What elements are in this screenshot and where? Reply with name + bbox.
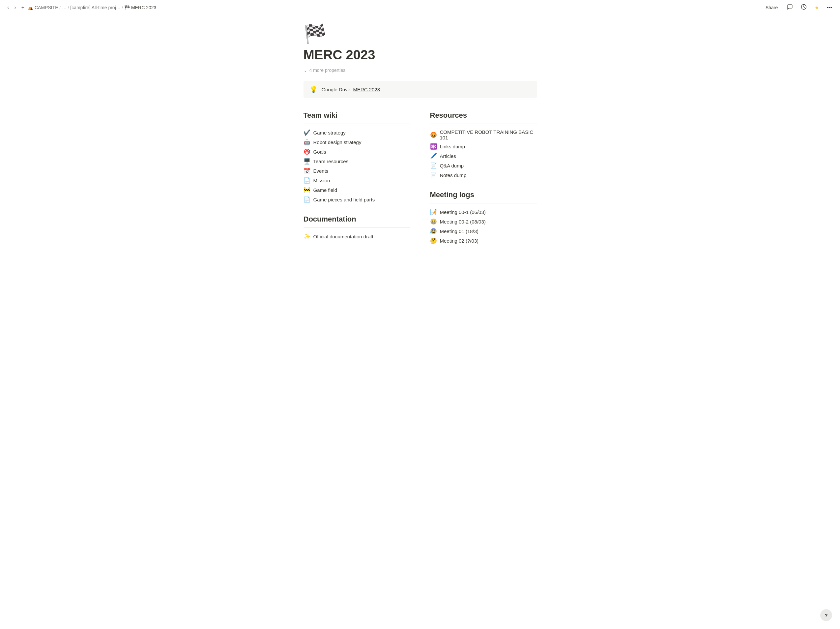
angry-face-icon: 😡 — [430, 131, 437, 139]
document2-icon: 📄 — [303, 196, 311, 203]
list-item-mission[interactable]: 📄 Mission — [303, 176, 410, 185]
topbar-left: ‹ › + ⛺ CAMPSITE / … / [campfire] All-ti… — [5, 3, 156, 12]
topbar: ‹ › + ⛺ CAMPSITE / … / [campfire] All-ti… — [0, 0, 840, 15]
star-icon: ★ — [815, 5, 819, 10]
list-item-official-doc[interactable]: ✨ Official documentation draft — [303, 232, 410, 241]
list-item-game-field[interactable]: 🚧 Game field — [303, 185, 410, 195]
back-button[interactable]: ‹ — [5, 3, 11, 12]
list-item-events[interactable]: 📅 Events — [303, 166, 410, 176]
merc-page-icon-small: 🏁 — [124, 5, 130, 10]
breadcrumb-campsite[interactable]: ⛺ CAMPSITE — [28, 5, 58, 10]
breadcrumb: ⛺ CAMPSITE / … / [campfire] All-time pro… — [28, 5, 156, 10]
documentation-divider — [303, 228, 410, 228]
topbar-right: Share ★ ••• — [761, 3, 835, 12]
team-wiki-divider — [303, 123, 410, 124]
star-button[interactable]: ★ — [812, 3, 821, 12]
list-item-meeting-02[interactable]: 🤔 Meeting 02 (?/03) — [430, 236, 537, 246]
calendar-icon: 📅 — [303, 168, 311, 174]
history-icon — [801, 5, 807, 11]
list-item-team-resources[interactable]: 🖥️ Team resources — [303, 156, 410, 166]
more-button[interactable]: ••• — [824, 3, 835, 11]
team-wiki-section: Team wiki ✔️ Game strategy 🤖 Robot desig… — [303, 111, 410, 204]
doc3-icon: 📄 — [430, 162, 437, 169]
list-item-robot-training[interactable]: 😡 COMPETITIVE ROBOT TRAINING BASIC 101 — [430, 128, 537, 142]
list-item-robot-design[interactable]: 🤖 Robot design strategy — [303, 137, 410, 147]
list-item-meeting-001[interactable]: 📝 Meeting 00-1 (06/03) — [430, 207, 537, 217]
comment-icon — [787, 5, 793, 11]
right-column: Resources 😡 COMPETITIVE ROBOT TRAINING B… — [430, 111, 537, 256]
meeting-logs-divider — [430, 203, 537, 204]
content-columns: Team wiki ✔️ Game strategy 🤖 Robot desig… — [303, 111, 537, 256]
resources-section: Resources 😡 COMPETITIVE ROBOT TRAINING B… — [430, 111, 537, 180]
comment-button[interactable] — [784, 3, 796, 12]
list-item-game-pieces[interactable]: 📄 Game pieces and field parts — [303, 195, 410, 204]
notepad-icon: 📝 — [430, 209, 437, 216]
cry-icon: 😰 — [430, 228, 437, 235]
meeting-logs-section: Meeting logs 📝 Meeting 00-1 (06/03) 😆 Me… — [430, 191, 537, 246]
doc4-icon: 📄 — [430, 172, 437, 179]
breadcrumb-sep-2: / — [68, 5, 69, 10]
team-wiki-title: Team wiki — [303, 111, 410, 120]
list-item-meeting-01[interactable]: 😰 Meeting 01 (18/3) — [430, 226, 537, 236]
pen-icon: 🖊️ — [430, 153, 437, 160]
list-item-meeting-002[interactable]: 😆 Meeting 00-2 (08/03) — [430, 217, 537, 226]
breadcrumb-sep-1: / — [60, 5, 61, 10]
breadcrumb-alltime[interactable]: [campfire] All-time proj… — [70, 5, 120, 10]
page-title: MERC 2023 — [303, 47, 537, 62]
target-icon: 🎯 — [303, 149, 311, 155]
list-item-notes-dump[interactable]: 📄 Notes dump — [430, 171, 537, 180]
meeting-logs-title: Meeting logs — [430, 191, 537, 199]
robot-icon: 🤖 — [303, 139, 311, 146]
page-icon: 🏁 — [303, 23, 537, 45]
lightbulb-icon: 💡 — [309, 85, 318, 93]
list-item-game-strategy[interactable]: ✔️ Game strategy — [303, 128, 410, 137]
atom-icon: ⚛️ — [430, 143, 437, 150]
chevron-down-icon: ⌄ — [303, 68, 308, 73]
sparkles-icon: ✨ — [303, 233, 311, 240]
main-content: 🏁 MERC 2023 ⌄ 4 more properties 💡 Google… — [272, 15, 568, 288]
google-drive-callout: 💡 Google Drive: MERC 2023 — [303, 81, 537, 98]
forward-button[interactable]: › — [12, 3, 18, 12]
share-button[interactable]: Share — [761, 4, 782, 11]
checkmark-icon: ✔️ — [303, 129, 311, 136]
list-item-qa-dump[interactable]: 📄 Q&A dump — [430, 161, 537, 171]
more-icon: ••• — [827, 5, 832, 10]
left-column: Team wiki ✔️ Game strategy 🤖 Robot desig… — [303, 111, 410, 256]
add-button[interactable]: + — [19, 3, 26, 12]
google-drive-link[interactable]: MERC 2023 — [353, 87, 380, 92]
computer-icon: 🖥️ — [303, 158, 311, 165]
documentation-title: Documentation — [303, 215, 410, 223]
history-button[interactable] — [798, 3, 809, 12]
breadcrumb-sep-3: / — [122, 5, 123, 10]
document-icon: 📄 — [303, 177, 311, 184]
more-properties-toggle[interactable]: ⌄ 4 more properties — [303, 68, 537, 73]
grinning-icon: 😆 — [430, 218, 437, 225]
resources-title: Resources — [430, 111, 537, 120]
list-item-articles[interactable]: 🖊️ Articles — [430, 151, 537, 161]
construction-icon: 🚧 — [303, 186, 311, 193]
breadcrumb-merc2023[interactable]: 🏁 MERC 2023 — [124, 5, 156, 10]
campsite-icon: ⛺ — [28, 5, 33, 10]
thinking-icon: 🤔 — [430, 237, 437, 244]
breadcrumb-ellipsis[interactable]: … — [62, 5, 66, 10]
list-item-links-dump[interactable]: ⚛️ Links dump — [430, 142, 537, 151]
documentation-section: Documentation ✨ Official documentation d… — [303, 215, 410, 241]
resources-divider — [430, 123, 537, 124]
list-item-goals[interactable]: 🎯 Goals — [303, 147, 410, 156]
callout-text: Google Drive: MERC 2023 — [322, 87, 380, 92]
